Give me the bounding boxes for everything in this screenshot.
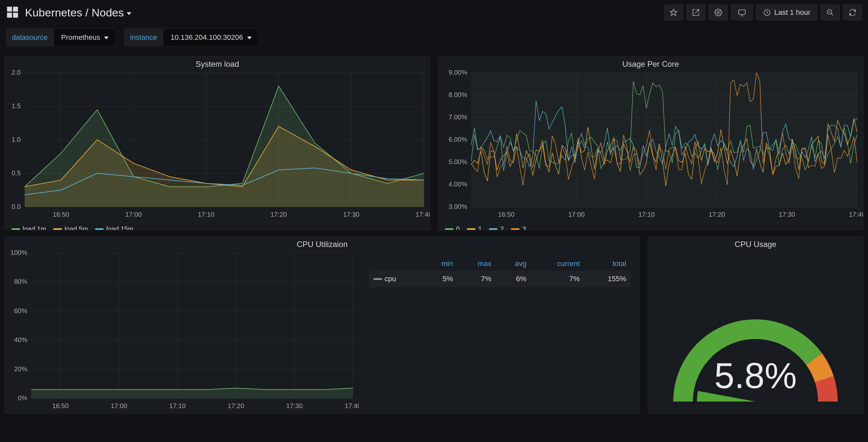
time-range-label: Last 1 hour: [774, 8, 810, 17]
svg-text:7.00%: 7.00%: [448, 114, 467, 121]
usage-per-core-legend: 0123: [438, 222, 863, 230]
chevron-down-icon: [104, 36, 108, 39]
svg-rect-2: [7, 12, 12, 18]
svg-text:17:10: 17:10: [198, 211, 214, 218]
system-load-chart: 0.00.51.01.52.016:5017:0017:1017:2017:30…: [5, 70, 430, 222]
panel-title: Usage Per Core: [438, 56, 863, 70]
panel-system-load[interactable]: System load 0.00.51.01.52.016:5017:0017:…: [5, 56, 430, 230]
dashboard-title: Kubernetes / Nodes: [25, 6, 124, 19]
zoom-out-button[interactable]: [820, 5, 840, 21]
svg-text:17:40: 17:40: [849, 211, 863, 218]
chevron-down-icon: [127, 12, 131, 15]
var-datasource-label: datasource: [6, 28, 54, 47]
svg-text:100%: 100%: [10, 250, 27, 256]
svg-text:17:30: 17:30: [779, 211, 795, 218]
svg-text:6.00%: 6.00%: [448, 136, 467, 143]
svg-marker-4: [670, 9, 677, 15]
svg-text:17:00: 17:00: [568, 211, 585, 218]
svg-text:8.00%: 8.00%: [448, 91, 467, 98]
svg-text:17:20: 17:20: [271, 211, 287, 218]
panel-cpu-utilization[interactable]: CPU Utilizaion 0%20%40%60%80%100%16:5017…: [5, 236, 640, 414]
cpu-utilization-chart: 0%20%40%60%80%100%16:5017:0017:1017:2017…: [5, 250, 359, 413]
svg-text:0%: 0%: [18, 394, 27, 402]
svg-text:17:20: 17:20: [708, 211, 725, 218]
svg-text:17:40: 17:40: [415, 211, 430, 218]
var-instance-label: instance: [124, 28, 163, 47]
table-header-row: min max avg current total: [369, 257, 631, 271]
svg-text:5.00%: 5.00%: [448, 158, 467, 165]
legend-item[interactable]: load 15m: [95, 225, 133, 230]
panel-title: CPU Utilizaion: [5, 236, 639, 250]
svg-point-5: [717, 11, 719, 13]
svg-rect-1: [13, 7, 18, 11]
template-variables: datasource Prometheus instance 10.136.20…: [5, 22, 863, 50]
svg-text:20%: 20%: [14, 366, 27, 373]
svg-text:4.00%: 4.00%: [448, 181, 467, 188]
settings-button[interactable]: [709, 5, 728, 21]
tv-mode-button[interactable]: [731, 5, 753, 21]
svg-text:0.5: 0.5: [11, 169, 21, 177]
svg-rect-6: [739, 10, 745, 14]
chevron-down-icon: [247, 36, 252, 39]
svg-text:17:30: 17:30: [343, 211, 359, 218]
svg-text:16:50: 16:50: [52, 402, 69, 409]
time-range-picker[interactable]: Last 1 hour: [756, 5, 817, 21]
svg-text:17:30: 17:30: [286, 402, 303, 409]
system-load-legend: load 1mload 5mload 15m: [5, 222, 430, 230]
svg-text:80%: 80%: [14, 278, 27, 285]
dashboard-title-dropdown[interactable]: Kubernetes / Nodes: [25, 6, 131, 19]
legend-item[interactable]: 2: [489, 225, 504, 230]
legend-item[interactable]: load 5m: [53, 225, 88, 230]
svg-text:60%: 60%: [14, 307, 27, 314]
panel-title: CPU Usage: [648, 236, 863, 250]
svg-text:17:10: 17:10: [169, 402, 186, 409]
var-instance-select[interactable]: 10.136.204.100:30206: [163, 28, 259, 47]
svg-text:3.00%: 3.00%: [448, 203, 467, 210]
svg-rect-0: [7, 7, 12, 11]
svg-text:9.00%: 9.00%: [448, 70, 467, 76]
panel-usage-per-core[interactable]: Usage Per Core 3.00%4.00%5.00%6.00%7.00%…: [438, 56, 863, 230]
cpu-usage-value: 5.8%: [648, 354, 863, 396]
svg-text:0.0: 0.0: [11, 203, 21, 210]
svg-text:40%: 40%: [14, 336, 27, 343]
svg-text:17:40: 17:40: [345, 402, 359, 409]
legend-item[interactable]: 1: [467, 225, 482, 230]
legend-item[interactable]: 0: [445, 225, 460, 230]
top-toolbar: Kubernetes / Nodes Last 1 hour: [5, 3, 863, 22]
legend-item[interactable]: 3: [511, 225, 526, 230]
svg-text:16:50: 16:50: [53, 211, 69, 218]
svg-rect-3: [13, 12, 18, 18]
svg-text:17:00: 17:00: [125, 211, 142, 218]
svg-line-10: [831, 13, 833, 15]
panel-title: System load: [5, 56, 430, 70]
svg-text:1.0: 1.0: [11, 136, 21, 143]
var-datasource-select[interactable]: Prometheus: [54, 28, 117, 47]
panel-cpu-usage-gauge[interactable]: CPU Usage 5.8%: [648, 236, 863, 414]
legend-item[interactable]: load 1m: [11, 225, 46, 230]
share-button[interactable]: [686, 5, 706, 21]
refresh-button[interactable]: [843, 5, 862, 21]
svg-text:16:50: 16:50: [498, 211, 515, 218]
svg-text:17:10: 17:10: [638, 211, 655, 218]
star-button[interactable]: [664, 5, 683, 21]
cpu-utilization-legend-table: min max avg current total cpu 5% 7% 6% 7…: [369, 250, 640, 413]
usage-per-core-chart: 3.00%4.00%5.00%6.00%7.00%8.00%9.00%16:50…: [438, 70, 863, 222]
table-row[interactable]: cpu 5% 7% 6% 7% 155%: [369, 271, 631, 287]
dashboard-grid-icon[interactable]: [6, 6, 19, 20]
svg-text:1.5: 1.5: [11, 102, 21, 109]
svg-text:2.0: 2.0: [11, 70, 21, 76]
svg-text:17:00: 17:00: [111, 402, 127, 409]
svg-text:17:20: 17:20: [228, 402, 244, 409]
